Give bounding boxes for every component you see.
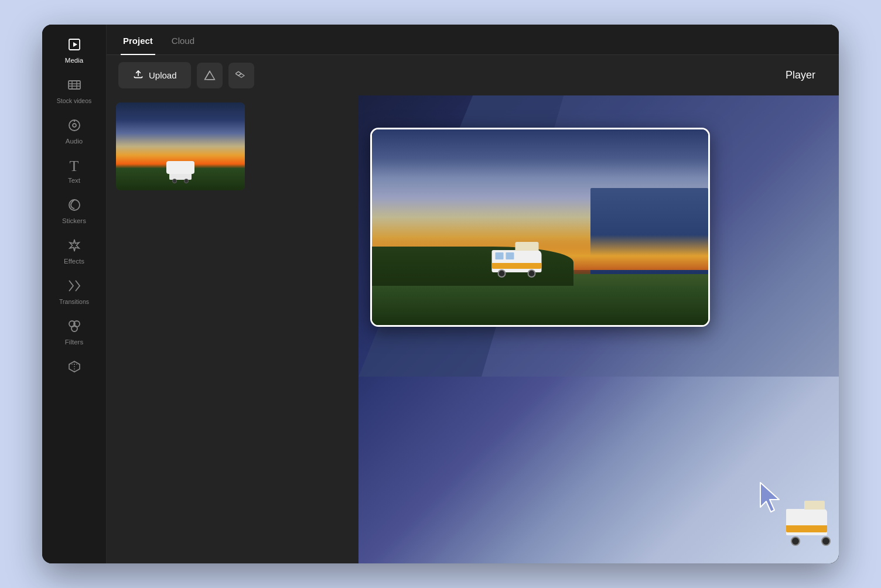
upload-icon (132, 68, 144, 83)
toolbar: Upload Player (107, 55, 839, 95)
filters-icon (67, 319, 81, 336)
van-partial-right (786, 493, 833, 546)
media-icon (67, 37, 81, 54)
stock-videos-icon (67, 78, 81, 94)
sidebar-item-filters[interactable]: Filters (48, 313, 101, 351)
sidebar-item-text[interactable]: T Text (48, 153, 101, 190)
cursor-arrow (758, 480, 786, 517)
audio-icon (67, 118, 81, 135)
tab-cloud[interactable]: Cloud (169, 28, 197, 55)
tabs-bar: Project Cloud (107, 25, 839, 55)
app-window: Media Stock videos (42, 25, 839, 563)
content-area (107, 95, 839, 563)
svg-point-8 (73, 124, 76, 127)
video-frame[interactable] (370, 128, 710, 327)
svg-marker-1 (73, 42, 77, 47)
van-on-video (491, 250, 541, 272)
sidebar-item-audio[interactable]: Audio (48, 112, 101, 151)
video-scene (372, 129, 708, 325)
player-area (358, 95, 839, 563)
stickers-icon (67, 198, 81, 214)
svg-point-13 (71, 326, 77, 331)
effects-icon (67, 238, 81, 255)
sidebar-item-stickers[interactable]: Stickers (48, 192, 101, 230)
sidebar-item-text-label: Text (68, 177, 80, 184)
google-drive-button[interactable] (197, 63, 223, 88)
thumbnail-video-scene (116, 102, 245, 190)
sidebar-item-stickers-label: Stickers (62, 217, 86, 224)
svg-rect-2 (69, 81, 80, 89)
sidebar-item-3d[interactable] (48, 354, 101, 382)
text-icon: T (70, 159, 79, 174)
tab-project[interactable]: Project (121, 28, 155, 55)
sidebar-item-audio-label: Audio (66, 138, 83, 145)
sidebar-item-media-label: Media (65, 57, 83, 64)
sidebar-item-effects-label: Effects (64, 258, 84, 265)
sidebar-item-effects[interactable]: Effects (48, 233, 101, 271)
player-label: Player (786, 69, 827, 81)
sidebar-item-media[interactable]: Media (48, 32, 101, 70)
sidebar-item-stock-videos[interactable]: Stock videos (48, 72, 101, 110)
sidebar: Media Stock videos (42, 25, 107, 563)
media-thumbnail[interactable] (116, 102, 245, 190)
upload-label: Upload (149, 70, 177, 80)
sidebar-item-filters-label: Filters (65, 339, 83, 346)
sidebar-item-transitions[interactable]: Transitions (48, 273, 101, 311)
sidebar-item-stock-videos-label: Stock videos (57, 97, 92, 104)
3d-icon (67, 360, 81, 376)
upload-button[interactable]: Upload (118, 62, 191, 88)
sidebar-item-transitions-label: Transitions (59, 298, 89, 305)
transitions-icon (67, 279, 81, 295)
dropbox-button[interactable] (228, 63, 254, 88)
main-content: Project Cloud Upload (107, 25, 839, 563)
